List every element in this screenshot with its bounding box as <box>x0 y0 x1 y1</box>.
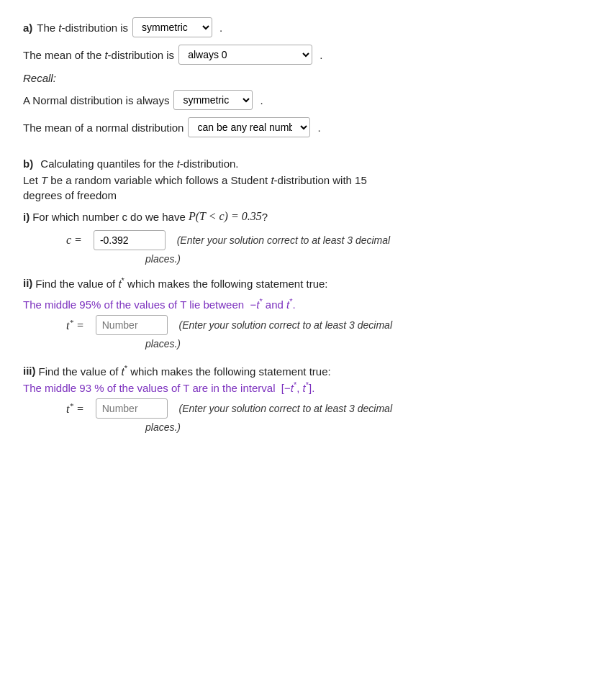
normal-dist-line: A Normal distribution is always symmetri… <box>23 90 593 110</box>
sub-ii-label: ii) <box>23 277 32 289</box>
degrees-text: degrees of freedom <box>23 189 117 201</box>
sub-ii-answer-line: t* = (Enter your solution correct to at … <box>66 315 593 335</box>
sub-iii-text: Find the value of t* which makes the fol… <box>39 364 331 378</box>
sub-iii-answer-block: t* = (Enter your solution correct to at … <box>66 398 593 433</box>
normal-mean-line: The mean of a normal distribution can be… <box>23 117 593 137</box>
let-T-text: Let T be a random variable which follows… <box>23 174 367 186</box>
c-input[interactable] <box>94 230 166 250</box>
tstar-ii-input[interactable] <box>96 315 168 335</box>
sub-i-note: (Enter your solution correct to at least… <box>171 234 390 246</box>
dot-2: . <box>320 49 322 61</box>
sub-i-question-line: i) For which number c do we have P(T < c… <box>23 210 593 223</box>
sub-iii-block: iii) Find the value of t* which makes th… <box>23 364 593 433</box>
t-mean-text: The mean of the t-distribution is <box>23 49 174 61</box>
sub-iii-answer-line: t* = (Enter your solution correct to at … <box>66 398 593 419</box>
dot-3: . <box>260 94 263 106</box>
normal-mean-dropdown[interactable]: can be any real number always 0 always 1 <box>188 117 310 137</box>
sub-ii-places-line: places.) <box>145 338 593 350</box>
tstar-iii-label: t* = <box>66 401 84 416</box>
sub-ii-note: (Enter your solution correct to at least… <box>173 319 392 331</box>
part-b-header-line: b) Calculating quantiles for the t-distr… <box>23 157 593 170</box>
dot-4: . <box>317 122 320 134</box>
tstar-iii-input[interactable] <box>96 398 168 419</box>
t-italic-1: t <box>58 22 61 34</box>
sub-i-block: i) For which number c do we have P(T < c… <box>23 210 593 265</box>
sub-ii-text: Find the value of t* which makes the fol… <box>35 276 327 290</box>
sub-i-label: i) <box>23 211 30 223</box>
sub-ii-purple-line: The middle 95% of the values of T lie be… <box>23 297 593 311</box>
t-dist-text-before: The t-distribution is <box>37 22 128 34</box>
c-equals-label: c = <box>66 234 82 247</box>
normal-dist-text: A Normal distribution is always <box>23 94 169 106</box>
sub-i-answer-line: c = (Enter your solution correct to at l… <box>66 230 593 250</box>
sub-ii-answer-block: t* = (Enter your solution correct to at … <box>66 315 593 350</box>
sub-iii-question-line: iii) Find the value of t* which makes th… <box>23 364 593 378</box>
t-dist-dropdown[interactable]: symmetric asymmetric bell-shaped <box>132 17 212 37</box>
sub-i-answer-block: c = (Enter your solution correct to at l… <box>66 230 593 265</box>
degrees-line: degrees of freedom <box>23 189 593 201</box>
sub-iii-label: iii) <box>23 365 36 377</box>
sub-iii-purple-line: The middle 93 % of the values of T are i… <box>23 380 593 394</box>
part-a-section: a) The t-distribution is symmetric asymm… <box>23 17 593 137</box>
tstar-ii-label: t* = <box>66 318 84 332</box>
sub-i-places-line: places.) <box>145 253 593 265</box>
sub-ii-purple-text: The middle 95% of the values of T lie be… <box>23 297 296 311</box>
normal-dist-dropdown[interactable]: symmetric asymmetric skewed <box>173 90 253 110</box>
normal-mean-text: The mean of a normal distribution <box>23 122 184 134</box>
part-a-header-line: a) The t-distribution is symmetric asymm… <box>23 17 593 37</box>
sub-ii-question-line: ii) Find the value of t* which makes the… <box>23 276 593 290</box>
recall-line: Recall: <box>23 72 593 84</box>
dot-1: . <box>219 22 222 34</box>
t-italic-3: t <box>177 157 180 170</box>
part-a-label: a) <box>23 22 32 34</box>
part-b-label: b) <box>23 157 33 170</box>
recall-text: Recall: <box>23 72 56 84</box>
sub-iii-purple-text: The middle 93 % of the values of T are i… <box>23 380 314 394</box>
sub-iii-note: (Enter your solution correct to at least… <box>173 403 392 414</box>
sub-ii-block: ii) Find the value of t* which makes the… <box>23 276 593 350</box>
t-mean-dropdown[interactable]: always 0 always 1 can be any real number <box>178 45 312 65</box>
t-italic-2: t <box>104 49 107 61</box>
t-dist-mean-line: The mean of the t-distribution is always… <box>23 45 593 65</box>
sub-i-question-mark: ? <box>262 211 268 223</box>
part-b-intro: Calculating quantiles for the t-distribu… <box>37 157 238 170</box>
let-T-line: Let T be a random variable which follows… <box>23 174 593 186</box>
part-b-section: b) Calculating quantiles for the t-distr… <box>23 157 593 433</box>
sub-i-math: P(T < c) = 0.35 <box>189 210 262 223</box>
sub-i-text: For which number c do we have <box>32 211 189 223</box>
sub-iii-places-line: places.) <box>145 421 593 433</box>
